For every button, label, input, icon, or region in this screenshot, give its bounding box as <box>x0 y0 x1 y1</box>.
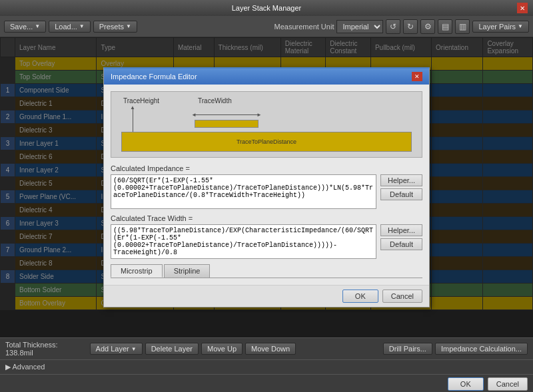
impedance-formula-dialog: Impedance Formula Editor ✕ TraceHeight T… <box>103 67 430 307</box>
title-bar: Layer Stack Manager ✕ <box>0 0 533 16</box>
dialog-title-text: Impedance Formula Editor <box>111 73 197 81</box>
main-cancel-button[interactable]: Cancel <box>488 377 528 391</box>
dialog-close-button[interactable]: ✕ <box>412 72 422 81</box>
icon-btn-3[interactable]: ⚙ <box>420 19 435 34</box>
presets-dropdown-arrow: ▼ <box>126 23 131 29</box>
dialog-tabs: Microstrip Stripline <box>111 264 422 278</box>
icon-btn-4[interactable]: ▤ <box>438 19 452 34</box>
load-dropdown-arrow: ▼ <box>79 23 85 29</box>
presets-button[interactable]: Presets ▼ <box>93 21 137 33</box>
layer-pairs-button[interactable]: Layer Pairs ▼ <box>472 21 529 33</box>
main-ok-button[interactable]: OK <box>448 377 484 391</box>
trace-width-label: TraceWidth <box>198 97 232 104</box>
impedance-diagram: TraceHeight TraceWidth ▲ ▼ ◄ ► <box>111 91 422 158</box>
impedance-calculation-button[interactable]: Impedance Calculation... <box>435 343 528 355</box>
tab-stripline[interactable]: Stripline <box>164 264 211 278</box>
dialog-footer: OK Cancel <box>104 285 429 307</box>
trace-width-formula-section: Calculated Trace Width = ((5.98*TraceToP… <box>111 214 422 259</box>
total-thickness-label: Total Thickness: 138.8mil <box>5 341 87 357</box>
add-layer-arrow: ▼ <box>131 346 137 352</box>
trace-width-formula-label: Calculated Trace Width = <box>111 214 422 222</box>
advanced-label[interactable]: ▶ Advanced <box>5 363 45 371</box>
window-title: Layer Stack Manager <box>16 4 517 12</box>
advanced-section: ▶ Advanced <box>0 359 533 374</box>
trace-width-default-button[interactable]: Default <box>380 238 422 250</box>
move-down-button[interactable]: Move Down <box>245 343 296 355</box>
dialog-ok-button[interactable]: OK <box>342 290 378 303</box>
main-toolbar: Save... ▼ Load... ▼ Presets ▼ Measuremen… <box>0 16 533 37</box>
delete-layer-button[interactable]: Delete Layer <box>145 343 199 355</box>
save-button[interactable]: Save... ▼ <box>4 21 46 33</box>
impedance-default-button[interactable]: Default <box>380 188 422 200</box>
layer-pairs-arrow: ▼ <box>518 23 523 29</box>
add-layer-button[interactable]: Add Layer ▼ <box>90 343 143 355</box>
trace-width-formula-input[interactable]: ((5.98*TraceToPlaneDistance)/EXP(Charact… <box>111 224 376 259</box>
main-footer: OK Cancel <box>0 374 533 392</box>
measurement-unit-label: Measurement Unit <box>274 23 334 31</box>
trace-height-label: TraceHeight <box>123 97 159 104</box>
trace-width-helper-button[interactable]: Helper... <box>380 224 422 236</box>
drill-pairs-button[interactable]: Drill Pairs... <box>383 343 432 355</box>
load-button[interactable]: Load... ▼ <box>49 21 91 33</box>
bottom-action-bar: Total Thickness: 138.8mil Add Layer ▼ De… <box>0 337 533 359</box>
dialog-cancel-button[interactable]: Cancel <box>382 290 422 303</box>
tab-microstrip[interactable]: Microstrip <box>111 264 163 278</box>
impedance-formula-label: Calculated Impedance = <box>111 164 422 172</box>
icon-btn-5[interactable]: ▥ <box>455 19 470 34</box>
dialog-title-bar: Impedance Formula Editor ✕ <box>104 69 429 85</box>
undo-button[interactable]: ↺ <box>386 19 400 34</box>
redo-button[interactable]: ↻ <box>403 19 418 34</box>
tpd-label: TraceToPlaneDistance <box>237 138 296 145</box>
save-dropdown-arrow: ▼ <box>35 23 40 29</box>
measurement-unit-select[interactable]: Imperial Metric <box>336 20 383 33</box>
impedance-helper-button[interactable]: Helper... <box>380 174 422 186</box>
window-close-button[interactable]: ✕ <box>517 3 528 13</box>
dialog-body: TraceHeight TraceWidth ▲ ▼ ◄ ► <box>104 85 429 285</box>
impedance-formula-input[interactable]: (60/SQRT(Er*(1-EXP(-1.55*(0.00002+TraceT… <box>111 174 376 209</box>
dialog-overlay: Impedance Formula Editor ✕ TraceHeight T… <box>0 37 533 337</box>
impedance-formula-section: Calculated Impedance = (60/SQRT(Er*(1-EX… <box>111 164 422 209</box>
move-up-button[interactable]: Move Up <box>201 343 243 355</box>
